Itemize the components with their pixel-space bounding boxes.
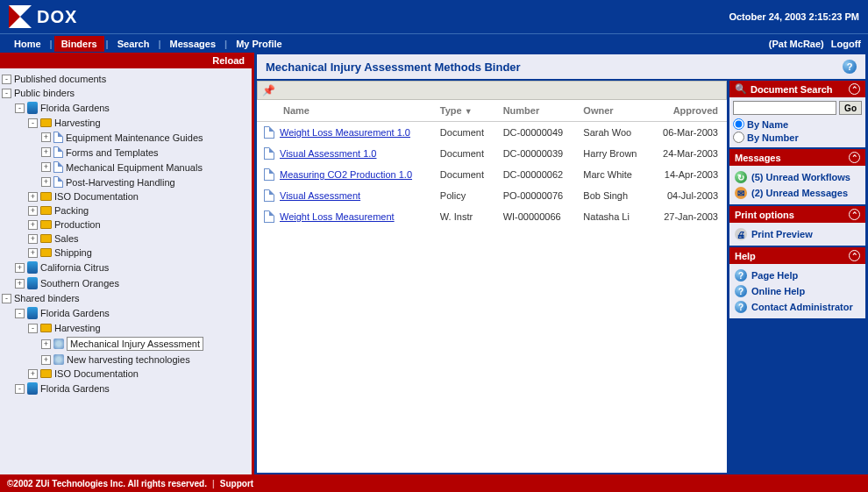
nav-search[interactable]: Search	[110, 36, 157, 52]
expand-icon[interactable]: +	[28, 220, 38, 230]
pin-icon	[53, 354, 64, 365]
logoff-link[interactable]: Logoff	[831, 39, 861, 49]
expand-icon[interactable]: +	[15, 263, 25, 273]
messages-panel-header[interactable]: Messages ⌃	[729, 149, 865, 166]
expand-icon[interactable]: +	[41, 132, 51, 142]
document-link[interactable]: Weight Loss Measurement	[280, 211, 395, 222]
expand-icon[interactable]: -	[28, 118, 38, 128]
tree-node[interactable]: +Post-Harvesting Handling	[2, 175, 250, 189]
expand-icon[interactable]: +	[15, 279, 25, 289]
tree-node[interactable]: +New harvesting technologies	[2, 353, 250, 367]
col-name[interactable]: Name	[257, 100, 433, 122]
nav-messages[interactable]: Messages	[162, 36, 223, 52]
expand-icon[interactable]: -	[15, 384, 25, 394]
unread-messages-link[interactable]: ✉(2) Unread Messages	[733, 185, 862, 201]
page-help-link[interactable]: ?Page Help	[733, 267, 862, 283]
print-panel-header[interactable]: Print options ⌃	[729, 206, 865, 223]
tree-node[interactable]: -Public binders	[2, 86, 250, 100]
document-link[interactable]: Weight Loss Measurement 1.0	[280, 127, 410, 138]
expand-icon[interactable]: +	[41, 355, 51, 365]
chevron-up-icon[interactable]: ⌃	[849, 152, 860, 163]
chevron-up-icon[interactable]: ⌃	[849, 209, 860, 220]
document-icon	[264, 126, 274, 139]
help-icon: ?	[735, 269, 747, 282]
tree-node[interactable]: +Packing	[2, 203, 250, 217]
cell-approved: 14-Apr-2003	[650, 164, 727, 185]
go-button[interactable]: Go	[839, 101, 862, 115]
expand-icon[interactable]: +	[28, 369, 38, 379]
help-icon[interactable]: ?	[843, 60, 857, 74]
col-number[interactable]: Number	[496, 100, 577, 122]
expand-icon[interactable]: -	[15, 103, 25, 113]
table-row: Visual Assessment 1.0DocumentDC-00000039…	[257, 143, 727, 164]
expand-icon[interactable]: +	[41, 339, 51, 349]
expand-icon[interactable]: +	[41, 177, 51, 187]
pin-icon[interactable]: 📌	[262, 84, 275, 96]
by-name-radio[interactable]: By Name	[733, 118, 862, 131]
tree-node[interactable]: +ISO Documentation	[2, 367, 250, 381]
tree-node[interactable]: -Published documents	[2, 72, 250, 86]
tree-node[interactable]: -Harvesting	[2, 116, 250, 130]
tree-node[interactable]: +Sales	[2, 232, 250, 246]
online-help-link[interactable]: ?Online Help	[733, 283, 862, 299]
by-number-radio[interactable]: By Number	[733, 131, 862, 144]
chevron-up-icon[interactable]: ⌃	[849, 250, 860, 261]
document-link[interactable]: Visual Assessment 1.0	[280, 148, 376, 159]
tree-label: Packing	[54, 205, 89, 216]
tree-node[interactable]: -Harvesting	[2, 321, 250, 335]
document-link[interactable]: Visual Assessment	[280, 190, 360, 201]
tree-node[interactable]: -Shared binders	[2, 291, 250, 305]
tree-node[interactable]: -Florida Gardens	[2, 305, 250, 321]
document-icon	[264, 189, 274, 202]
tree-node[interactable]: +Equipment Maintenance Guides	[2, 130, 250, 145]
tree-node[interactable]: +California Citrus	[2, 260, 250, 275]
chevron-up-icon[interactable]: ⌃	[849, 83, 860, 95]
tree-node[interactable]: +Mechanical Injury Assessment	[2, 335, 250, 353]
expand-icon[interactable]: +	[41, 147, 51, 157]
expand-icon[interactable]: +	[28, 248, 38, 258]
expand-icon[interactable]: +	[28, 192, 38, 202]
expand-icon[interactable]: -	[2, 75, 11, 84]
col-type[interactable]: Type ▼	[433, 100, 496, 122]
tree-node[interactable]: +Forms and Templates	[2, 145, 250, 160]
expand-icon[interactable]: -	[2, 89, 11, 98]
expand-icon[interactable]: -	[28, 324, 38, 333]
col-approved[interactable]: Approved	[650, 100, 727, 122]
app-name: DOX	[37, 7, 77, 27]
tree-node[interactable]: +Southern Oranges	[2, 275, 250, 291]
help-panel-header[interactable]: Help ⌃	[729, 247, 865, 264]
expand-icon[interactable]: +	[28, 234, 38, 244]
expand-icon[interactable]: +	[41, 162, 51, 172]
datetime-label: October 24, 2003 2:15:23 PM	[729, 11, 859, 22]
expand-icon[interactable]: -	[15, 309, 25, 318]
expand-icon[interactable]: +	[28, 206, 38, 216]
search-icon: 🔍	[735, 83, 747, 95]
tree-node[interactable]: +Production	[2, 217, 250, 232]
tree-label: ISO Documentation	[54, 368, 139, 379]
contact-admin-link[interactable]: ?Contact Administrator	[733, 299, 862, 315]
right-panels: 🔍 Document Search ⌃ Go By Name By Number	[729, 81, 865, 473]
reload-button[interactable]: Reload	[0, 53, 252, 68]
tree-node[interactable]: +Shipping	[2, 246, 250, 260]
doc-icon	[53, 176, 63, 188]
printer-icon: 🖨	[735, 228, 747, 240]
tree-node[interactable]: +Mechanical Equipment Manuals	[2, 160, 250, 175]
print-preview-link[interactable]: 🖨Print Preview	[733, 226, 862, 242]
cell-approved: 04-Jul-2003	[650, 185, 727, 206]
tree-node[interactable]: -Florida Gardens	[2, 381, 250, 396]
nav-home[interactable]: Home	[7, 36, 48, 52]
col-owner[interactable]: Owner	[576, 100, 650, 122]
support-link[interactable]: Support	[220, 479, 253, 488]
table-row: Visual AssessmentPolicyPO-00000076Bob Si…	[257, 185, 727, 206]
cell-type: Document	[433, 143, 496, 164]
expand-icon[interactable]: -	[2, 294, 11, 303]
tree-node[interactable]: +ISO Documentation	[2, 189, 250, 203]
document-link[interactable]: Measuring CO2 Production 1.0	[280, 169, 412, 180]
app-logo: DOX	[9, 5, 77, 28]
nav-myprofile[interactable]: My Profile	[229, 36, 289, 52]
nav-binders[interactable]: Binders	[54, 36, 104, 52]
tree-node[interactable]: -Florida Gardens	[2, 100, 250, 116]
search-input[interactable]	[733, 101, 836, 115]
unread-workflows-link[interactable]: ↻(5) Unread Workflows	[733, 169, 862, 185]
search-panel-header[interactable]: 🔍 Document Search ⌃	[729, 81, 865, 97]
